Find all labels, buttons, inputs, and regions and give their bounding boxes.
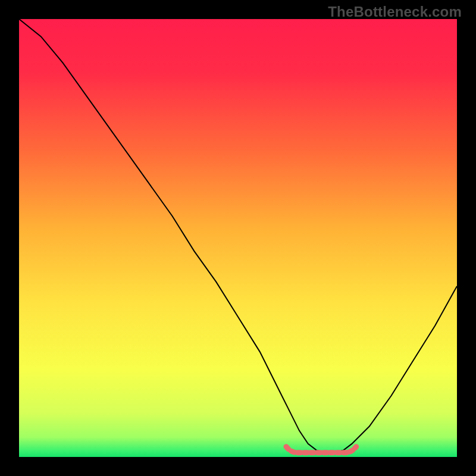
chart-curve-layer	[19, 19, 457, 457]
optimal-region-marker	[286, 447, 356, 453]
plot-area	[19, 19, 457, 457]
chart-frame: TheBottleneck.com	[0, 0, 476, 476]
watermark-text: TheBottleneck.com	[328, 4, 462, 20]
bottleneck-curve	[19, 19, 457, 453]
